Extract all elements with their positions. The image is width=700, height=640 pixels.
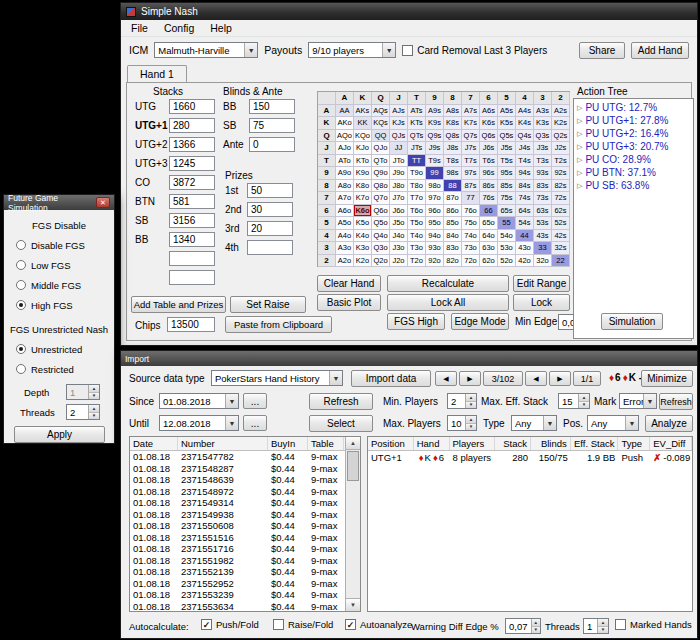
matrix-cell-A9s[interactable]: A9s	[426, 105, 444, 118]
matrix-cell-T2o[interactable]: T2o	[408, 255, 426, 268]
set-raise-button[interactable]: Set Raise	[230, 296, 306, 313]
table-row[interactable]: 01.08.182371550608$0.449-max	[130, 520, 345, 532]
tree-item[interactable]: ▷PU UTG+3: 20.7%	[574, 140, 693, 153]
matrix-cell-83o[interactable]: 83o	[444, 242, 462, 255]
matrix-cell-KTs[interactable]: KTs	[408, 117, 426, 130]
matrix-cell-98s[interactable]: 98s	[444, 167, 462, 180]
matrix-cell-Q5s[interactable]: Q5s	[498, 130, 516, 143]
matrix-cell-KK[interactable]: KK	[354, 117, 372, 130]
matrix-cell-J7o[interactable]: J7o	[390, 192, 408, 205]
matrix-cell-A8s[interactable]: A8s	[444, 105, 462, 118]
prize-input[interactable]	[247, 240, 293, 255]
matrix-cell-85o[interactable]: 85o	[444, 217, 462, 230]
recalculate-button[interactable]: Recalculate	[387, 275, 509, 292]
matrix-cell-J3s[interactable]: J3s	[534, 142, 552, 155]
mark-select[interactable]: Error▼	[619, 393, 657, 409]
blind-input[interactable]: 150	[249, 99, 295, 114]
menu-file[interactable]: File	[123, 21, 156, 35]
matrix-cell-Q7o[interactable]: Q7o	[372, 192, 390, 205]
edit-range-button[interactable]: Edit Range	[513, 275, 570, 292]
stack-input[interactable]: 3156	[169, 213, 215, 228]
since-browse-button[interactable]: ...	[243, 393, 267, 409]
apply-button[interactable]: Apply	[14, 426, 105, 443]
matrix-cell-QJo[interactable]: QJo	[372, 142, 390, 155]
matrix-cell-A2o[interactable]: A2o	[336, 255, 354, 268]
matrix-cell-AQs[interactable]: AQs	[372, 105, 390, 118]
table-row[interactable]: 01.08.182371552139$0.449-max	[130, 566, 345, 578]
clear-hand-button[interactable]: Clear Hand	[317, 275, 381, 292]
stack-input[interactable]: 581	[169, 194, 215, 209]
matrix-cell-62o[interactable]: 62o	[480, 255, 498, 268]
column-header-number[interactable]: Number	[178, 437, 268, 450]
tree-expand-icon[interactable]: ▷	[577, 182, 582, 190]
matrix-cell-82o[interactable]: 82o	[444, 255, 462, 268]
stack-input[interactable]	[169, 251, 215, 266]
spinner-down-icon[interactable]: ▼	[466, 424, 476, 431]
matrix-cell-95s[interactable]: 95s	[498, 167, 516, 180]
table-row[interactable]: 01.08.182371551516$0.449-max	[130, 532, 345, 544]
paste-clipboard-button[interactable]: Paste from Clipboard	[225, 316, 332, 333]
icm-model-select[interactable]: Malmuth-Harville▼	[154, 42, 258, 58]
matrix-cell-T5s[interactable]: T5s	[498, 155, 516, 168]
spinner-up-icon[interactable]: ▲	[532, 619, 541, 627]
matrix-cell-T8o[interactable]: T8o	[408, 180, 426, 193]
matrix-cell-T3s[interactable]: T3s	[534, 155, 552, 168]
pos-select[interactable]: Any▼	[587, 415, 639, 431]
column-header-eff-stack[interactable]: Eff. Stack	[571, 437, 619, 450]
matrix-cell-53s[interactable]: 53s	[534, 217, 552, 230]
matrix-cell-K4o[interactable]: K4o	[354, 230, 372, 243]
matrix-cell-T4s[interactable]: T4s	[516, 155, 534, 168]
matrix-cell-93o[interactable]: 93o	[426, 242, 444, 255]
matrix-cell-Q4o[interactable]: Q4o	[372, 230, 390, 243]
card-removal-checkbox[interactable]: Card Removal Last 3 Players	[402, 45, 547, 56]
matrix-cell-96o[interactable]: 96o	[426, 205, 444, 218]
import-data-button[interactable]: Import data	[351, 370, 431, 387]
add-hand-button[interactable]: Add Hand	[631, 42, 689, 59]
table-row[interactable]: 01.08.182371553634$0.449-max	[130, 601, 345, 613]
checkbox-raise-fold[interactable]: Raise/Fold	[273, 619, 333, 630]
matrix-cell-A9o[interactable]: A9o	[336, 167, 354, 180]
matrix-cell-96s[interactable]: 96s	[480, 167, 498, 180]
matrix-cell-T9s[interactable]: T9s	[426, 155, 444, 168]
column-header-date[interactable]: Date	[130, 437, 178, 450]
matrix-cell-32s[interactable]: 32s	[552, 242, 570, 255]
stack-input[interactable]: 1245	[169, 156, 215, 171]
matrix-cell-66[interactable]: 66	[480, 205, 498, 218]
matrix-cell-55[interactable]: 55	[498, 217, 516, 230]
depth-spinner[interactable]: 1▲▼	[66, 384, 100, 400]
matrix-cell-22[interactable]: 22	[552, 255, 570, 268]
matrix-cell-74s[interactable]: 74s	[516, 192, 534, 205]
matrix-cell-75o[interactable]: 75o	[462, 217, 480, 230]
tree-expand-icon[interactable]: ▷	[577, 169, 582, 177]
column-header-buyin[interactable]: BuyIn	[268, 437, 308, 450]
matrix-cell-AA[interactable]: AA	[336, 105, 354, 118]
column-header-stack[interactable]: Stack	[495, 437, 531, 450]
radio-low-fgs[interactable]: Low FGS	[16, 258, 85, 272]
table-row[interactable]: 01.08.182371551716$0.449-max	[130, 543, 345, 555]
matrix-cell-J2s[interactable]: J2s	[552, 142, 570, 155]
matrix-cell-Q4s[interactable]: Q4s	[516, 130, 534, 143]
import-titlebar[interactable]: Import	[121, 351, 697, 366]
blind-input[interactable]: 0	[249, 137, 295, 152]
spinner-down-icon[interactable]: ▼	[466, 402, 476, 409]
stack-input[interactable]: 280	[169, 118, 215, 133]
matrix-cell-Q8o[interactable]: Q8o	[372, 180, 390, 193]
matrix-cell-T6s[interactable]: T6s	[480, 155, 498, 168]
matrix-cell-J4s[interactable]: J4s	[516, 142, 534, 155]
matrix-cell-K7s[interactable]: K7s	[462, 117, 480, 130]
radio-unrestricted[interactable]: Unrestricted	[16, 342, 82, 356]
matrix-cell-Q9s[interactable]: Q9s	[426, 130, 444, 143]
tree-item[interactable]: ▷PU UTG+1: 27.8%	[574, 114, 693, 127]
column-header-table[interactable]: Table	[308, 437, 344, 450]
checkbox-push-fold[interactable]: ✓Push/Fold	[201, 619, 259, 630]
matrix-cell-J9s[interactable]: J9s	[426, 142, 444, 155]
spinner-up-icon[interactable]: ▲	[89, 405, 99, 413]
next-hand-icon[interactable]: ▶	[549, 371, 571, 386]
matrix-cell-K8o[interactable]: K8o	[354, 180, 372, 193]
until-date-select[interactable]: 12.08.2018▼	[159, 415, 239, 431]
matrix-cell-A8o[interactable]: A8o	[336, 180, 354, 193]
matrix-cell-ATo[interactable]: ATo	[336, 155, 354, 168]
tree-expand-icon[interactable]: ▷	[577, 117, 582, 125]
share-button[interactable]: Share	[579, 42, 625, 59]
matrix-cell-JJ[interactable]: JJ	[390, 142, 408, 155]
